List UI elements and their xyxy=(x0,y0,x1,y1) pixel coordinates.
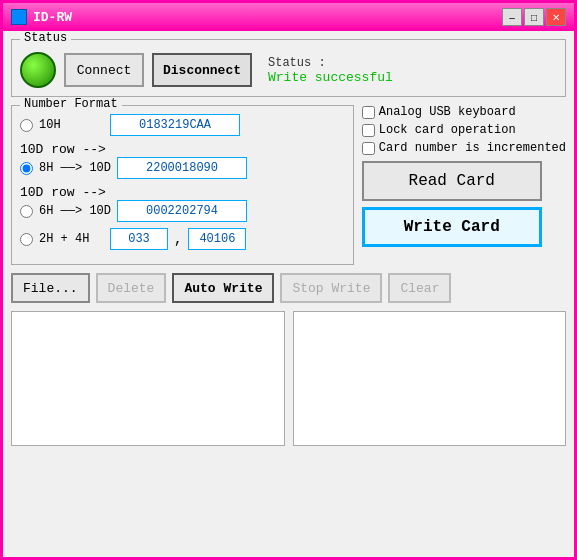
write-card-button[interactable]: Write Card xyxy=(362,207,542,247)
radio-2h4h-label: 2H + 4H xyxy=(39,232,104,246)
checkbox-analog-usb-label: Analog USB keyboard xyxy=(379,105,516,119)
radio-6h[interactable] xyxy=(20,205,33,218)
file-button[interactable]: File... xyxy=(11,273,90,303)
checkbox-card-increment[interactable] xyxy=(362,142,375,155)
checkbox-row-3: Card number is incremented xyxy=(362,141,566,155)
radio-6h-label: 6H ──> 10D xyxy=(39,204,111,218)
delete-button[interactable]: Delete xyxy=(96,273,167,303)
connect-button[interactable]: Connect xyxy=(64,53,144,87)
text-areas-row xyxy=(3,311,574,454)
radio-8h[interactable] xyxy=(20,162,33,175)
radio-row-2h4h: 2H + 4H , xyxy=(20,228,345,250)
radio-2h4h[interactable] xyxy=(20,233,33,246)
read-card-button[interactable]: Read Card xyxy=(362,161,542,201)
radio-row-8h: 8H ──> 10D xyxy=(20,157,345,179)
auto-write-button[interactable]: Auto Write xyxy=(172,273,274,303)
checkbox-row-1: Analog USB keyboard xyxy=(362,105,566,119)
input-6h[interactable] xyxy=(117,200,247,222)
status-group-label: Status xyxy=(20,31,71,45)
toolbar-row: File... Delete Auto Write Stop Write Cle… xyxy=(3,265,574,311)
input-2h[interactable] xyxy=(110,228,168,250)
middle-section: Number Format 10H 10D row --> 8H ──> 10D… xyxy=(3,105,574,265)
checkbox-card-increment-label: Card number is incremented xyxy=(379,141,566,155)
status-value: Write successful xyxy=(268,70,393,85)
disconnect-button[interactable]: Disconnect xyxy=(152,53,252,87)
radio-row-10h: 10H xyxy=(20,114,345,136)
minimize-button[interactable]: – xyxy=(502,8,522,26)
radio-10h[interactable] xyxy=(20,119,33,132)
right-textarea[interactable] xyxy=(293,311,567,446)
checkbox-lock-card[interactable] xyxy=(362,124,375,137)
checkbox-lock-card-label: Lock card operation xyxy=(379,123,516,137)
radio-10h-label: 10H xyxy=(39,118,104,132)
left-textarea[interactable] xyxy=(11,311,285,446)
title-bar-controls: – □ ✕ xyxy=(502,8,566,26)
close-button[interactable]: ✕ xyxy=(546,8,566,26)
window-title: ID-RW xyxy=(33,10,72,25)
status-row: Connect Disconnect Status : Write succes… xyxy=(20,52,557,88)
maximize-button[interactable]: □ xyxy=(524,8,544,26)
checkbox-row-2: Lock card operation xyxy=(362,123,566,137)
input-8h[interactable] xyxy=(117,157,247,179)
title-bar: ID-RW – □ ✕ xyxy=(3,3,574,31)
clear-button[interactable]: Clear xyxy=(388,273,451,303)
checkboxes-group: Analog USB keyboard Lock card operation … xyxy=(362,105,566,155)
status-area: Status : Write successful xyxy=(268,56,393,85)
right-panel: Analog USB keyboard Lock card operation … xyxy=(362,105,566,265)
number-format-box: Number Format 10H 10D row --> 8H ──> 10D… xyxy=(11,105,354,265)
title-bar-text: ID-RW xyxy=(11,9,72,25)
status-label: Status : xyxy=(268,56,393,70)
stop-write-button[interactable]: Stop Write xyxy=(280,273,382,303)
radio-8h-label: 8H ──> 10D xyxy=(39,161,111,175)
comma-separator: , xyxy=(174,231,182,247)
input-4h[interactable] xyxy=(188,228,246,250)
input-10h[interactable] xyxy=(110,114,240,136)
led-indicator xyxy=(20,52,56,88)
number-format-label: Number Format xyxy=(20,97,122,111)
radio-row-6h: 6H ──> 10D xyxy=(20,200,345,222)
checkbox-analog-usb[interactable] xyxy=(362,106,375,119)
status-group: Status Connect Disconnect Status : Write… xyxy=(11,39,566,97)
main-window: ID-RW – □ ✕ Status Connect Disconnect St… xyxy=(0,0,577,560)
window-icon xyxy=(11,9,27,25)
